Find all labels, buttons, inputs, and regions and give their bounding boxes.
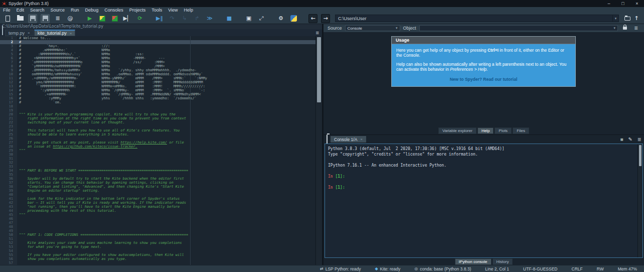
run-cell-advance-icon[interactable] bbox=[110, 14, 119, 23]
menu-run[interactable]: Run bbox=[71, 8, 79, 13]
open-file-icon[interactable] bbox=[16, 14, 25, 23]
editor-line[interactable]: 56 show you completions automatically as… bbox=[0, 257, 315, 261]
editor-options-icon[interactable]: ≡ bbox=[316, 30, 319, 36]
tab-help[interactable]: Help bbox=[477, 127, 494, 134]
close-button[interactable]: × bbox=[630, 1, 644, 6]
editor-line[interactable]: 55 If you have your editor configured to… bbox=[0, 253, 315, 257]
console-tab[interactable]: Console 1/A × bbox=[331, 136, 366, 143]
editor-line[interactable]: 22 switching out of your current line of… bbox=[0, 120, 315, 124]
maximize-button[interactable]: □ bbox=[616, 1, 630, 6]
editor-line[interactable]: 21 right information at the right time a… bbox=[0, 116, 315, 120]
editor-line[interactable]: 31 bbox=[0, 157, 315, 161]
editor-line[interactable]: 54 bbox=[0, 249, 315, 253]
editor-scrollbar-thumb[interactable] bbox=[317, 37, 321, 102]
tab-files[interactable]: Files bbox=[513, 127, 529, 134]
menu-edit[interactable]: Edit bbox=[17, 8, 25, 13]
editor-line[interactable]: 57 bbox=[0, 261, 315, 265]
editor-line[interactable]: 11# .+dMMMMy/mMMMMMMMMMMm- NMMm-yNMMh/` … bbox=[0, 76, 315, 80]
editor-line[interactable]: 33 bbox=[0, 165, 315, 169]
kite-status[interactable]: ◆Kite: ready bbox=[375, 266, 400, 271]
editor-line[interactable]: 16# :yMMMy yhhs `/hhhh shhs :ymmmdho: `/… bbox=[0, 96, 315, 100]
editor-line[interactable]: 14# ':yNMMMMMMMMMh NMMm `/dMMNy- mMMM :M… bbox=[0, 88, 315, 92]
editor-line[interactable]: 8# `yMMMMMMMNshmMMMMMMMMMN` NMMm /MMM+ bbox=[0, 64, 315, 68]
new-file-icon[interactable] bbox=[3, 14, 12, 23]
editor-line[interactable]: 17# `om. bbox=[0, 100, 315, 104]
editor-line[interactable]: 29""" bbox=[0, 149, 315, 153]
stop-icon[interactable]: ■ bbox=[225, 14, 234, 23]
symbol-finder-icon[interactable]: @ bbox=[66, 14, 75, 23]
editor-line[interactable]: 49 bbox=[0, 229, 315, 233]
step-over-icon[interactable]: ↷ bbox=[168, 14, 177, 23]
forward-icon[interactable]: → bbox=[321, 14, 330, 23]
lock-icon[interactable] bbox=[621, 27, 629, 30]
editor-line[interactable]: 24 This tutorial will teach you how to u… bbox=[0, 128, 315, 132]
run-cell-icon[interactable] bbox=[98, 14, 107, 23]
tab-plots[interactable]: Plots bbox=[495, 127, 512, 134]
back-icon[interactable]: ← bbox=[308, 14, 317, 23]
editor-line[interactable]: 2# bbox=[0, 40, 315, 44]
editor-line[interactable]: 40 bbox=[0, 193, 315, 197]
editor-line[interactable]: 53 for what you're going to type next. bbox=[0, 245, 315, 249]
url-link[interactable]: https://github.com/kiteco/issue-tracker. bbox=[53, 145, 137, 149]
parent-directory-icon[interactable]: ↑ bbox=[632, 14, 641, 23]
browse-directory-icon[interactable] bbox=[623, 14, 632, 23]
maximize-pane-icon[interactable]: ▣ bbox=[244, 14, 253, 23]
minimize-button[interactable]: – bbox=[602, 1, 616, 6]
editor-line[interactable]: 7# `oMMMMMMMMMMMMMMMMMMMMMo NMMm /ss/ :M… bbox=[0, 60, 315, 64]
editor-line[interactable]: 18 bbox=[0, 104, 315, 108]
fullscreen-icon[interactable]: ⤢ bbox=[257, 14, 266, 23]
conda-status[interactable]: ◎conda: base (Python 3.8.3) bbox=[414, 266, 471, 271]
object-combobox[interactable]: ▾ bbox=[419, 25, 618, 31]
editor-line[interactable]: 48 bbox=[0, 225, 315, 229]
editor-line[interactable]: 28 an issue at https://github.com/kiteco… bbox=[0, 145, 315, 149]
menu-tools[interactable]: Tools bbox=[151, 8, 162, 13]
editor-line[interactable]: 50""" PART 1: CODE COMPLETIONS =========… bbox=[0, 233, 315, 237]
editor-line[interactable]: 12# ymo/NMMMMMMMMMMMMd NMMMMMMN/ mMMM :M… bbox=[0, 80, 315, 84]
editor-line[interactable]: 34""" PART 0: BEFORE WE START ==========… bbox=[0, 169, 315, 173]
editor-line[interactable]: 3# `hmy+. ://: bbox=[0, 44, 315, 48]
editor-line[interactable]: 9# .dMMMMMMMm/hmhssydmMMM+ NMMm `/yhhy. … bbox=[0, 68, 315, 72]
editor-tab-kite_tutorial.py[interactable]: kite_tutorial.py× bbox=[34, 30, 76, 36]
editor-line[interactable]: 5# :NMMMMMMMMMMMds/.` NMMm :ss: bbox=[0, 52, 315, 56]
ipython-console[interactable]: Python 3.8.3 (default, Jul 2 2020, 17:30… bbox=[325, 144, 643, 258]
help-options-icon[interactable]: ≡ bbox=[632, 25, 640, 32]
editor-line[interactable]: 15# .+mMMMMMMN- NMMm `/dMMNy- mMMM .MMMN… bbox=[0, 92, 315, 96]
editor-line[interactable]: 38 "Completion and linting", "Advanced",… bbox=[0, 185, 315, 189]
editor-line[interactable]: 10# omMMMMMMMd/mMMMMMmhsosy` NMMm .omMMm… bbox=[0, 72, 315, 76]
tab-variable-explorer[interactable]: Variable explorer bbox=[438, 127, 476, 134]
editor-line[interactable]: 36 Spyder will by default try to start t… bbox=[0, 177, 315, 181]
editor-line[interactable]: 20""" Kite is your Python programming co… bbox=[0, 112, 315, 116]
code-editor[interactable]: 1# Welcome to...2#3# `hmy+. ://:4# .mMMM… bbox=[0, 36, 322, 265]
browse-tabs-icon[interactable] bbox=[2, 26, 3, 35]
console-scrollbar-thumb[interactable] bbox=[639, 145, 641, 166]
file-switcher-icon[interactable]: ≣ bbox=[53, 14, 62, 23]
close-icon[interactable]: × bbox=[360, 137, 363, 142]
menu-file[interactable]: File bbox=[3, 8, 11, 13]
editor-line[interactable]: 4# .mMMMMMNho:` NMMm bbox=[0, 48, 315, 52]
editor-line[interactable]: 26 bbox=[0, 137, 315, 141]
editor-line[interactable]: 42 bar — It will tell you if Kite is rea… bbox=[0, 201, 315, 205]
editor-line[interactable]: 23 bbox=[0, 124, 315, 128]
editor-line[interactable]: 52 Kite analyzes your code and uses mach… bbox=[0, 241, 315, 245]
menu-projects[interactable]: Projects bbox=[129, 8, 146, 13]
working-directory-dropdown-icon[interactable]: ▾ bbox=[613, 15, 619, 22]
editor-line[interactable]: 43 "not running", then you'll have to st… bbox=[0, 205, 315, 209]
editor-line[interactable]: 41 Look for the Kite indicator in the bo… bbox=[0, 197, 315, 201]
editor-line[interactable]: 25 should be able to learn everything in… bbox=[0, 132, 315, 137]
console-scrollbar[interactable] bbox=[637, 144, 642, 257]
step-into-icon[interactable]: ↳ bbox=[180, 14, 189, 23]
editor-line[interactable]: 1# Welcome to... bbox=[0, 36, 315, 40]
working-directory-input[interactable] bbox=[335, 15, 613, 22]
step-out-icon[interactable]: ↱ bbox=[193, 14, 202, 23]
help-source-select[interactable]: Console ▾ bbox=[345, 25, 400, 31]
tab-history[interactable]: History bbox=[493, 258, 513, 265]
editor-line[interactable]: 39 Engine on editor startup" setting. bbox=[0, 189, 315, 193]
clear-console-icon[interactable]: ✎ bbox=[628, 137, 632, 142]
preferences-icon[interactable]: ⚙ bbox=[276, 14, 285, 23]
close-icon[interactable]: × bbox=[28, 31, 30, 35]
editor-line[interactable]: 44 proceeding with the rest of this tuto… bbox=[0, 209, 315, 213]
editor-line[interactable]: 30 bbox=[0, 153, 315, 157]
menu-debug[interactable]: Debug bbox=[85, 8, 99, 13]
editor-line[interactable]: 46 bbox=[0, 217, 315, 221]
interrupt-kernel-icon[interactable]: ■ bbox=[620, 137, 623, 142]
